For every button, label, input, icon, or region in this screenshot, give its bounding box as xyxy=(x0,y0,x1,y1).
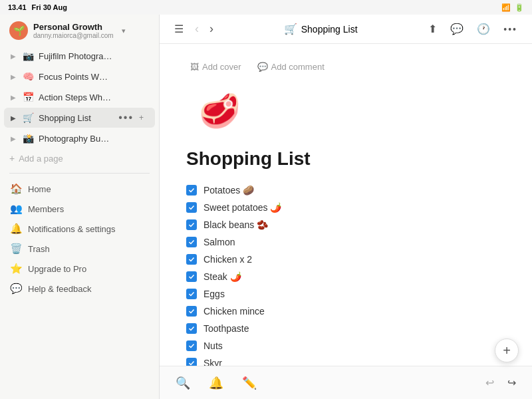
check-label: Nuts xyxy=(203,340,223,351)
toolbar-left: ☰ ‹ › xyxy=(170,20,217,38)
page-title-icon: 🛒 xyxy=(284,23,297,35)
trash-label: Trash xyxy=(28,244,50,254)
image-icon: 🖼 xyxy=(190,62,199,72)
checklist-item: Potatoes 🥔 xyxy=(186,183,505,198)
add-page-icon[interactable]: + xyxy=(137,51,146,61)
check-label: Potatoes 🥔 xyxy=(203,185,254,196)
more-icon[interactable]: ••• xyxy=(116,111,136,124)
check-label: Steak 🌶️ xyxy=(203,271,241,282)
sidebar-item-upgrade[interactable]: ⭐ Upgrade to Pro xyxy=(0,259,159,279)
page-content: 🖼 Add cover 💬 Add comment 🥩 Shopping Lis… xyxy=(160,44,532,366)
sidebar-item-photobiz[interactable]: ▶ 📸 Photography Busines... ••• + xyxy=(4,128,155,148)
more-icon[interactable]: ••• xyxy=(116,49,136,63)
add-page-button[interactable]: + Add a page xyxy=(0,149,159,168)
page-label: Action Steps When B... xyxy=(39,92,112,102)
add-page-icon[interactable]: + xyxy=(137,112,146,123)
main-content: ☰ ‹ › 🛒 Shopping List ⬆ 💬 🕐 ••• 🖼 Add co… xyxy=(160,15,532,399)
forward-button[interactable]: › xyxy=(206,21,217,37)
share-button[interactable]: ⬆ xyxy=(424,20,441,38)
checkbox[interactable] xyxy=(186,306,197,317)
page-cover: 🥩 xyxy=(186,84,253,138)
page-icon: 📷 xyxy=(21,51,35,61)
checkbox[interactable] xyxy=(186,254,197,265)
sidebar-item-focus[interactable]: ▶ 🧠 Focus Points When I'... ••• + xyxy=(4,66,155,86)
checklist-item: Chicken x 2 xyxy=(186,252,505,267)
sidebar-header: 🌱 Personal Growth danny.maiorca@gmail.co… xyxy=(0,15,159,45)
more-icon[interactable]: ••• xyxy=(116,70,136,83)
search-button[interactable]: 🔍 xyxy=(173,373,193,393)
sidebar-item-notifications[interactable]: 🔔 Notifications & settings xyxy=(0,219,159,239)
members-icon: 👥 xyxy=(9,203,23,215)
expand-arrow-icon: ▶ xyxy=(11,135,16,142)
page-label: Fujifilm Photography ... xyxy=(39,51,112,61)
bottom-bar: 🔍 🔔 ✏️ ↩ ↪ + xyxy=(160,366,532,399)
checkbox[interactable] xyxy=(186,185,197,196)
add-comment-label: Add comment xyxy=(271,62,325,72)
page-title-text: Shopping List xyxy=(301,24,358,35)
upgrade-label: Upgrade to Pro xyxy=(28,264,86,274)
expand-arrow-icon: ▶ xyxy=(11,114,16,122)
add-page-icon[interactable]: + xyxy=(137,133,146,144)
profile-name: Personal Growth xyxy=(33,22,114,32)
expand-arrow-icon: ▶ xyxy=(11,73,16,80)
wifi-icon: 📶 xyxy=(501,3,511,12)
more-icon[interactable]: ••• xyxy=(116,90,136,104)
add-cover-button[interactable]: 🖼 Add cover xyxy=(186,60,245,74)
chevron-down-icon: ▾ xyxy=(122,27,126,35)
section-divider xyxy=(9,173,150,174)
redo-button[interactable]: ↪ xyxy=(505,374,519,392)
undo-button[interactable]: ↩ xyxy=(483,374,497,392)
check-label: Eggs xyxy=(203,289,225,299)
notifications-button[interactable]: 🔔 xyxy=(206,373,226,393)
check-label: Black beans 🫘 xyxy=(203,219,268,230)
comment-icon: 💬 xyxy=(257,62,268,72)
profile-email: danny.maiorca@gmail.com xyxy=(33,32,114,39)
checkbox[interactable] xyxy=(186,358,197,366)
check-label: Chicken mince xyxy=(203,306,265,317)
more-options-button[interactable]: ••• xyxy=(499,21,521,37)
checkbox[interactable] xyxy=(186,340,197,351)
plus-icon: + xyxy=(9,153,15,164)
page-icon: 🛒 xyxy=(21,112,35,123)
checkbox[interactable] xyxy=(186,289,197,299)
menu-button[interactable]: ☰ xyxy=(170,20,188,38)
page-label: Photography Busines... xyxy=(39,134,112,144)
back-button[interactable]: ‹ xyxy=(192,21,202,37)
add-page-icon[interactable]: + xyxy=(137,71,146,82)
checklist-item: Nuts xyxy=(186,338,505,353)
check-label: Chicken x 2 xyxy=(203,254,252,265)
sidebar-item-trash[interactable]: 🗑️ Trash xyxy=(0,239,159,259)
comment-button[interactable]: 💬 xyxy=(446,20,467,38)
sidebar-item-action[interactable]: ▶ 📅 Action Steps When B... ••• + xyxy=(4,87,155,107)
checkbox[interactable] xyxy=(186,323,197,334)
more-icon[interactable]: ••• xyxy=(116,132,136,145)
sidebar-item-members[interactable]: 👥 Members xyxy=(0,199,159,219)
toolbar-right: ⬆ 💬 🕐 ••• xyxy=(424,20,521,38)
add-comment-button[interactable]: 💬 Add comment xyxy=(253,60,329,74)
sidebar-item-home[interactable]: 🏠 Home xyxy=(0,179,159,199)
profile-icon: 🌱 xyxy=(9,21,28,40)
checkbox[interactable] xyxy=(186,271,197,282)
sidebar-item-shopping[interactable]: ▶ 🛒 Shopping List ••• + xyxy=(4,108,155,128)
edit-button[interactable]: ✏️ xyxy=(239,373,259,393)
checkbox[interactable] xyxy=(186,202,197,213)
fab-button[interactable]: + xyxy=(495,338,519,362)
expand-arrow-icon: ▶ xyxy=(11,94,16,101)
add-page-icon[interactable]: + xyxy=(137,92,146,102)
checklist-item: Steak 🌶️ xyxy=(186,269,505,284)
home-label: Home xyxy=(28,184,51,194)
checkbox[interactable] xyxy=(186,237,197,247)
sidebar-profile[interactable]: 🌱 Personal Growth danny.maiorca@gmail.co… xyxy=(9,21,126,40)
page-label: Shopping List xyxy=(39,113,112,123)
check-label: Skyr xyxy=(203,358,222,366)
checklist-item: Eggs xyxy=(186,287,505,301)
checkbox[interactable] xyxy=(186,219,197,230)
sidebar-item-help[interactable]: 💬 Help & feedback xyxy=(0,279,159,299)
status-bar: 13.41 Fri 30 Aug 📶 🔋 xyxy=(0,0,532,15)
history-button[interactable]: 🕐 xyxy=(473,20,494,38)
notifications-label: Notifications & settings xyxy=(28,224,116,234)
check-label: Sweet potatoes 🌶️ xyxy=(203,202,281,213)
upgrade-icon: ⭐ xyxy=(9,263,23,275)
sidebar-item-fujifilm[interactable]: ▶ 📷 Fujifilm Photography ... ••• + xyxy=(4,46,155,66)
bottom-right: ↩ ↪ xyxy=(483,374,519,392)
